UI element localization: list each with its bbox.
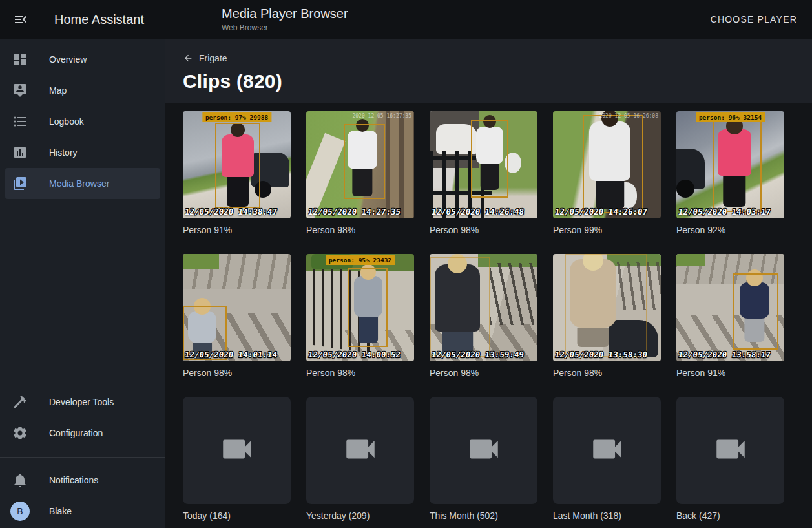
media-folder-card-last-month[interactable]: Last Month (318): [553, 397, 661, 522]
clip-caption: Person 92%: [676, 224, 784, 236]
sidebar-item-history[interactable]: History: [5, 137, 160, 168]
sidebar-item-developer-tools[interactable]: Developer Tools: [5, 386, 160, 417]
video-camera-icon: [342, 430, 379, 470]
clip-timestamp-overlay: 12/05/2020 14:38:47: [184, 207, 278, 216]
bell-icon: [12, 472, 28, 488]
folder-caption: This Month (502): [430, 510, 537, 522]
scene-prop-stroller: [676, 149, 705, 189]
clip-card[interactable]: 12/05/2020 14:26:48 Person 98%: [430, 111, 537, 236]
person-bounding-box: [215, 123, 260, 208]
video-camera-icon: [712, 430, 749, 470]
breadcrumb-label: Frigate: [199, 53, 227, 63]
clip-timestamp-overlay: 12/05/2020 14:03:17: [678, 207, 771, 216]
chart-box-icon: [12, 145, 28, 160]
clip-caption: Person 91%: [676, 367, 784, 379]
clip-card[interactable]: person: 96% 32154 12/05/2020 14:03:17 Pe…: [676, 111, 784, 236]
arrow-left-icon: [183, 53, 193, 63]
clip-timestamp-overlay: 12/05/2020 14:26:07: [554, 207, 648, 216]
breadcrumb-back-frigate[interactable]: Frigate: [183, 53, 227, 63]
sidebar-item-configuration[interactable]: Configuration: [5, 417, 160, 449]
camera-timestamp-overlay: 2020-12-05 16:27:35: [352, 113, 411, 119]
person-bounding-box: [733, 273, 778, 350]
clip-thumbnail: 12/05/2020 13:58:17: [676, 254, 784, 361]
person-bounding-box: [713, 120, 762, 212]
choose-player-button[interactable]: CHOOSE PLAYER: [709, 9, 798, 30]
page-title: Clips (820): [183, 70, 812, 92]
hammer-icon: [12, 394, 28, 410]
clip-timestamp-overlay: 12/05/2020 13:58:17: [678, 350, 771, 359]
clip-caption: Person 98%: [430, 224, 537, 236]
sidebar-item-label: Notifications: [49, 475, 98, 485]
video-camera-icon: [588, 430, 626, 470]
clip-card[interactable]: person: 95% 23432 12/05/2020 14:00:52 Pe…: [306, 254, 414, 379]
media-folder-card-yesterday[interactable]: Yesterday (209): [306, 397, 414, 522]
clip-card[interactable]: person: 97% 29988 12/05/2020 14:38:47 Pe…: [183, 111, 291, 236]
user-name: Blake: [49, 506, 72, 516]
clip-caption: Person 98%: [183, 367, 291, 379]
user-avatar: B: [10, 502, 30, 521]
folder-thumbnail: [676, 397, 784, 504]
clip-caption: Person 99%: [553, 224, 661, 236]
folder-caption: Last Month (318): [553, 510, 661, 522]
sidebar-item-logbook[interactable]: Logbook: [5, 106, 160, 137]
sidebar-item-label: History: [49, 147, 78, 158]
clip-card[interactable]: 2020-12-05 16:26:08 12/05/2020 14:26:07 …: [553, 111, 661, 236]
panel-title: Media Player Browser: [222, 6, 348, 21]
sidebar-item-media-browser[interactable]: Media Browser: [5, 168, 160, 199]
person-bounding-box: [348, 268, 388, 347]
video-camera-icon: [218, 430, 256, 470]
folder-thumbnail: [183, 397, 291, 504]
detection-label-chip: person: 95% 23432: [326, 255, 395, 265]
sidebar-spacer: [0, 199, 165, 386]
sidebar-item-label: Media Browser: [49, 178, 109, 189]
clip-card[interactable]: 12/05/2020 13:59:49 Person 98%: [430, 254, 537, 379]
media-folder-card-today[interactable]: Today (164): [183, 397, 291, 522]
clip-caption: Person 98%: [553, 367, 661, 379]
scene-prop-porch-posts: [386, 111, 414, 218]
clip-timestamp-overlay: 12/05/2020 14:27:35: [307, 207, 401, 216]
clip-thumbnail: 12/05/2020 13:59:49: [430, 254, 537, 361]
clip-caption: Person 98%: [306, 367, 414, 379]
sidebar-item-notifications[interactable]: Notifications: [5, 465, 160, 496]
sidebar-item-label: Map: [49, 85, 67, 96]
sidebar-toggle-button[interactable]: [13, 12, 28, 27]
clip-card[interactable]: 12/05/2020 14:01:14 Person 98%: [183, 254, 291, 379]
clip-caption: Person 98%: [430, 367, 537, 379]
folder-caption: Yesterday (209): [306, 510, 414, 522]
folder-thumbnail: [553, 397, 661, 504]
person-bounding-box: [430, 257, 490, 357]
media-folder-card-back[interactable]: Back (427): [676, 397, 784, 522]
clip-timestamp-overlay: 12/05/2020 14:26:48: [431, 207, 525, 216]
clip-caption: Person 91%: [183, 224, 291, 236]
app-title: Home Assistant: [54, 12, 144, 27]
sidebar-item-overview[interactable]: Overview: [5, 44, 160, 75]
clip-card[interactable]: 12/05/2020 13:58:17 Person 91%: [676, 254, 784, 379]
sidebar: Overview Map Logbook History Media Brows…: [0, 39, 165, 528]
person-bounding-box: [583, 115, 643, 213]
scene-prop-railing: [490, 263, 537, 325]
media-grid-scroll-area[interactable]: person: 97% 29988 12/05/2020 14:38:47 Pe…: [165, 103, 812, 528]
sidebar-item-label: Logbook: [49, 116, 84, 127]
clip-card[interactable]: 2020-12-05 16:27:35 12/05/2020 14:27:35 …: [306, 111, 414, 236]
sidebar-item-label: Developer Tools: [49, 397, 114, 407]
clip-thumbnail: person: 97% 29988 12/05/2020 14:38:47: [183, 111, 291, 218]
clip-thumbnail: 12/05/2020 14:01:14: [183, 254, 291, 361]
scene-prop-grass: [183, 254, 219, 269]
sidebar-item-map[interactable]: Map: [5, 75, 160, 106]
folder-caption: Back (427): [676, 510, 784, 522]
play-box-multiple-icon: [12, 176, 28, 191]
clip-timestamp-overlay: 12/05/2020 13:58:30: [554, 350, 648, 359]
media-folder-card-this-month[interactable]: This Month (502): [430, 397, 537, 522]
content-header: Frigate Clips (820): [165, 39, 812, 103]
video-camera-icon: [465, 430, 503, 470]
folder-thumbnail: [430, 397, 537, 504]
sidebar-divider: [0, 457, 165, 458]
sidebar-item-label: Overview: [49, 54, 87, 65]
clip-card[interactable]: 12/05/2020 13:58:30 Person 98%: [553, 254, 661, 379]
sidebar-item-profile[interactable]: B Blake: [5, 496, 160, 527]
clip-timestamp-overlay: 12/05/2020 14:00:52: [307, 350, 401, 359]
detection-label-chip: person: 96% 32154: [696, 112, 765, 122]
camera-timestamp-overlay: 2020-12-05 16:26:08: [599, 113, 658, 119]
panel-title-block: Media Player Browser Web Browser: [222, 6, 348, 32]
clip-thumbnail: person: 95% 23432 12/05/2020 14:00:52: [306, 254, 414, 361]
